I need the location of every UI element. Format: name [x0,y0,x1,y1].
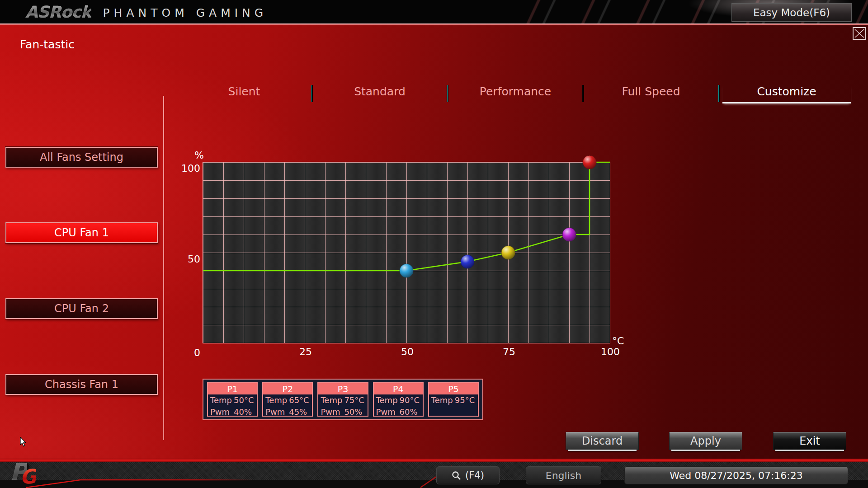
x-tick-50: 50 [395,346,420,357]
easy-mode-button[interactable]: Easy Mode(F6) [731,3,852,22]
chart-point-p2[interactable] [461,255,474,268]
sidebar-item-all-fans-setting[interactable]: All Fans Setting [5,147,158,168]
x-axis-unit: °C [612,335,624,347]
point-cards-panel: P1 Temp50°C Pwm40% P2 Temp65°C Pwm45% P3… [203,379,483,420]
pg-logo-g: G [20,467,36,487]
tab-standard[interactable]: Standard [312,84,448,104]
close-icon [854,28,865,38]
point-card-p5: P5 Temp95°C [428,382,479,417]
x-tick-75: 75 [496,346,522,357]
top-bar: ASRock PHANTOM GAMING Easy Mode(F6) [0,0,868,23]
point-card-title: P5 [429,383,478,394]
datetime-display[interactable]: Wed 08/27/2025, 07:16:23 [624,466,848,484]
tab-performance[interactable]: Performance [448,84,583,104]
tab-separator [447,85,448,102]
tab-full-speed[interactable]: Full Speed [583,84,719,104]
pwm-value: 50% [344,406,362,418]
asrock-logo: ASRock PHANTOM GAMING [25,3,267,21]
point-card-title: P2 [263,383,312,394]
fan-curve-line [203,162,610,271]
pwm-value: 60% [400,406,418,418]
sidebar-divider [163,96,164,440]
x-tick-100: 100 [598,346,623,357]
language-button[interactable]: English [526,466,601,484]
point-card-p2: P2 Temp65°C Pwm45% [262,382,313,417]
phantom-gaming-logo: P G [10,460,36,487]
point-card-p1: P1 Temp50°C Pwm40% [207,382,258,417]
temp-value: 95°C [455,394,475,406]
sidebar-item-cpu-fan-1[interactable]: CPU Fan 1 [5,222,158,243]
tab-silent[interactable]: Silent [176,84,312,104]
chart-point-p3[interactable] [501,246,515,259]
search-icon [452,471,461,480]
point-card-p3: P3 Temp75°C Pwm50% [317,382,368,417]
y-tick-100: 100 [174,163,200,174]
point-card-title: P4 [374,383,423,394]
origin-tick-0: 0 [174,347,200,358]
tab-separator [582,85,584,102]
exit-button[interactable]: Exit [773,432,846,450]
temp-value: 50°C [234,394,254,406]
sidebar-item-cpu-fan-2[interactable]: CPU Fan 2 [5,298,158,319]
y-axis-unit: % [194,150,204,161]
asrock-wordmark: ASRock [25,3,91,21]
fan-mode-tabs: Silent Standard Performance Full Speed C… [176,84,854,104]
point-card-p4: P4 Temp90°C Pwm60% [373,382,424,417]
chart-point-p4[interactable] [562,228,576,241]
mouse-cursor-icon [20,437,27,447]
temp-value: 65°C [289,394,309,406]
pwm-value: 40% [234,406,252,418]
bios-fan-tastic-screen: ASRock PHANTOM GAMING Easy Mode(F6) Fan-… [0,0,868,488]
chart-point-p5[interactable] [583,155,596,169]
bottom-bar: P G (F4) English Wed 08/27/2025, 07:16:2… [0,459,868,488]
fan-curve-plot [203,162,610,343]
tab-separator [311,85,313,102]
footer-accent-lines [0,459,497,488]
temp-value: 75°C [344,394,364,406]
x-tick-25: 25 [293,346,318,357]
point-card-title: P3 [318,383,367,394]
search-button[interactable]: (F4) [436,466,500,484]
temp-value: 90°C [400,394,420,406]
apply-button[interactable]: Apply [669,432,742,450]
sidebar-item-chassis-fan-1[interactable]: Chassis Fan 1 [5,374,158,395]
pwm-value: 45% [289,406,307,418]
discard-button[interactable]: Discard [566,432,639,450]
tab-separator [718,85,720,102]
tab-customize[interactable]: Customize [719,84,854,104]
point-card-title: P1 [208,383,257,394]
search-hotkey: (F4) [465,470,484,481]
close-button[interactable] [853,27,866,40]
chart-point-p1[interactable] [400,264,413,277]
phantom-gaming-wordmark: PHANTOM GAMING [103,6,268,19]
y-tick-50: 50 [174,253,200,265]
page-title: Fan-tastic [20,38,75,51]
